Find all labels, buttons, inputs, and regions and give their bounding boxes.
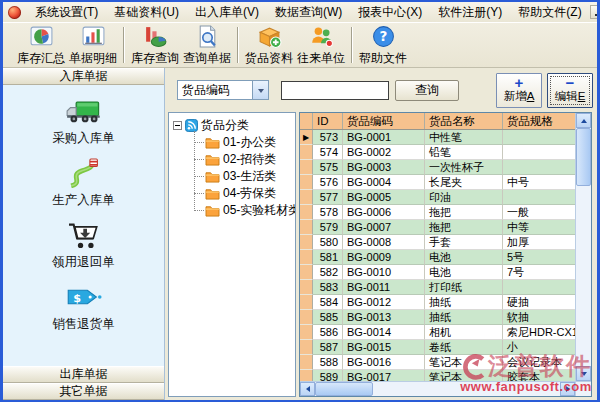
cell-name[interactable]: 笔记本 (425, 370, 503, 381)
cell-name[interactable]: 抽纸 (425, 295, 503, 310)
sidebar-group-bar[interactable]: 出库单据 (3, 366, 164, 383)
row-selector[interactable] (300, 355, 313, 370)
cell-spec[interactable] (503, 145, 575, 160)
cell-id[interactable]: 576 (313, 175, 343, 190)
row-selector[interactable] (300, 205, 313, 220)
table-row[interactable]: 576 BG-0004 长尾夹 中号 (300, 175, 575, 190)
row-selector[interactable] (300, 340, 313, 355)
cell-name[interactable]: 电池 (425, 265, 503, 280)
row-selector[interactable] (300, 160, 313, 175)
cell-id[interactable]: 583 (313, 280, 343, 295)
combo-dropdown-button[interactable] (252, 81, 268, 99)
cell-code[interactable]: BG-0010 (343, 265, 425, 280)
cell-code[interactable]: BG-0017 (343, 370, 425, 381)
row-selector[interactable] (300, 130, 313, 145)
row-selector[interactable] (300, 310, 313, 325)
cell-code[interactable]: BG-0009 (343, 250, 425, 265)
table-row[interactable]: 578 BG-0006 拖把 一般 (300, 205, 575, 220)
cell-name[interactable]: 相机 (425, 325, 503, 340)
menu-item[interactable]: 数据查询(W) (267, 3, 350, 22)
menu-item[interactable]: 帮助文件(Z) (510, 3, 589, 22)
cell-id[interactable]: 577 (313, 190, 343, 205)
sidebar-item[interactable]: 领用退回单 (3, 218, 164, 273)
cell-id[interactable]: 587 (313, 340, 343, 355)
table-row[interactable]: 589 BG-0017 笔记本 胶套本 (300, 370, 575, 381)
cell-name[interactable]: 笔记本 (425, 355, 503, 370)
cell-name[interactable]: 卷纸 (425, 340, 503, 355)
cell-code[interactable]: BG-0015 (343, 340, 425, 355)
cell-spec[interactable]: 加厚 (503, 235, 575, 250)
table-row[interactable]: 573 BG-0001 中性笔 (300, 130, 575, 145)
cell-spec[interactable]: 硬抽 (503, 295, 575, 310)
cell-code[interactable]: BG-0012 (343, 295, 425, 310)
row-selector[interactable] (300, 145, 313, 160)
table-row[interactable]: 585 BG-0013 抽纸 软抽 (300, 310, 575, 325)
row-selector[interactable] (300, 325, 313, 340)
sidebar-item[interactable]: 采购入库单 (3, 94, 164, 149)
sidebar-item[interactable]: 销售退货单 (3, 280, 164, 335)
toolbar-button[interactable]: 单据明细 (68, 24, 118, 66)
table-row[interactable]: 584 BG-0012 抽纸 硬抽 (300, 295, 575, 310)
cell-spec[interactable]: 5号 (503, 250, 575, 265)
cell-id[interactable]: 574 (313, 145, 343, 160)
cell-name[interactable]: 拖把 (425, 205, 503, 220)
tree-node[interactable]: 01-办公类 (205, 134, 293, 151)
table-row[interactable]: 586 BG-0014 相机 索尼HDR-CX180E (300, 325, 575, 340)
cell-name[interactable]: 打印纸 (425, 280, 503, 295)
cell-code[interactable]: BG-0005 (343, 190, 425, 205)
tree-node[interactable]: 02-招待类 (205, 151, 293, 168)
cell-name[interactable]: 拖把 (425, 220, 503, 235)
table-row[interactable]: 577 BG-0005 印油 (300, 190, 575, 205)
row-selector[interactable] (300, 265, 313, 280)
cell-code[interactable]: BG-0011 (343, 280, 425, 295)
row-selector[interactable] (300, 220, 313, 235)
cell-id[interactable]: 579 (313, 220, 343, 235)
add-button[interactable]: + 新增A (496, 73, 542, 108)
search-field-select[interactable]: 货品编码 (177, 80, 269, 100)
cell-id[interactable]: 586 (313, 325, 343, 340)
cell-spec[interactable]: 一般 (503, 205, 575, 220)
cell-code[interactable]: BG-0014 (343, 325, 425, 340)
menu-item[interactable]: 基础资料(U) (106, 3, 187, 22)
cell-spec[interactable] (503, 190, 575, 205)
toolbar-button[interactable]: 库存查询 (130, 24, 180, 66)
cell-spec[interactable]: 会议记录本 (503, 355, 575, 370)
cell-id[interactable]: 573 (313, 130, 343, 145)
vertical-scrollbar[interactable] (575, 113, 591, 381)
cell-name[interactable]: 抽纸 (425, 310, 503, 325)
cell-code[interactable]: BG-0013 (343, 310, 425, 325)
table-row[interactable]: 574 BG-0002 铅笔 (300, 145, 575, 160)
column-header[interactable]: ID (313, 113, 343, 129)
horizontal-scroll-track[interactable] (373, 382, 560, 396)
edit-button[interactable]: − 编辑E (547, 73, 593, 108)
column-header[interactable]: 货品编码 (343, 113, 425, 129)
toolbar-button[interactable]: 货品资料 (244, 24, 294, 66)
query-button[interactable]: 查询 (395, 80, 459, 101)
row-selector[interactable] (300, 235, 313, 250)
cell-name[interactable]: 一次性杯子 (425, 160, 503, 175)
cell-code[interactable]: BG-0007 (343, 220, 425, 235)
cell-spec[interactable]: 中号 (503, 175, 575, 190)
table-row[interactable]: 581 BG-0009 电池 5号 (300, 250, 575, 265)
tree-node[interactable]: 04-劳保类 (205, 185, 293, 202)
cell-id[interactable]: 575 (313, 160, 343, 175)
cell-name[interactable]: 中性笔 (425, 130, 503, 145)
cell-id[interactable]: 589 (313, 370, 343, 381)
cell-name[interactable]: 电池 (425, 250, 503, 265)
cell-id[interactable]: 580 (313, 235, 343, 250)
menu-item[interactable]: 软件注册(Y) (430, 3, 510, 22)
horizontal-scroll-thumb[interactable] (315, 382, 373, 396)
cell-spec[interactable]: 胶套本 (503, 370, 575, 381)
minimize-button[interactable] (590, 5, 600, 19)
row-selector[interactable] (300, 175, 313, 190)
cell-code[interactable]: BG-0002 (343, 145, 425, 160)
cell-id[interactable]: 578 (313, 205, 343, 220)
cell-id[interactable]: 585 (313, 310, 343, 325)
cell-spec[interactable]: 小 (503, 340, 575, 355)
cell-code[interactable]: BG-0003 (343, 160, 425, 175)
cell-name[interactable]: 印油 (425, 190, 503, 205)
toolbar-button[interactable]: 库存汇总 (16, 24, 66, 66)
cell-code[interactable]: BG-0006 (343, 205, 425, 220)
sidebar-item[interactable]: 生产入库单 (3, 156, 164, 211)
cell-spec[interactable]: 7号 (503, 265, 575, 280)
